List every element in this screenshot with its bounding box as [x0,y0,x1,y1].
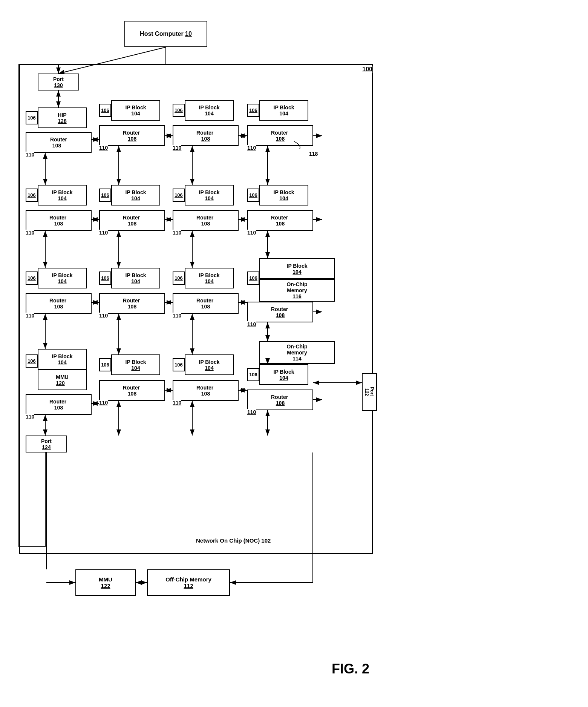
router-r2c2: Router 108 [173,210,239,231]
router-110-r4c2: 110 [173,400,181,406]
link-106-r2c1: 106 [99,189,111,202]
ip-block-r2c3: IP Block 104 [259,185,308,206]
router-r4c0: Router 108 [26,394,92,415]
router-r1c3: Router 108 [247,125,313,146]
link-106-r3c0: 106 [26,271,38,285]
router-r1c1: Router 108 [99,125,165,146]
ip-block-r2c1: IP Block 104 [111,185,160,206]
diagram: Host Computer 10 100 Network On Chip (NO… [0,0,392,707]
link-106-r4c2: 106 [173,358,185,371]
ip-block-r1c1: IP Block 104 [111,100,160,121]
ip-block-r4c2: IP Block 104 [185,354,234,375]
ip-block-r2c2: IP Block 104 [185,185,234,206]
router-r1c0: Router 108 [26,132,92,153]
port-122-box: Port 122 [362,373,377,411]
on-chip-memory-116: On-ChipMemory 116 [259,279,335,302]
on-chip-memory-114: On-ChipMemory 114 [259,341,335,364]
router-110-r2c0: 110 [26,230,34,236]
ip-block-r4c3: IP Block 104 [259,364,308,385]
mmu-122-box: MMU 122 [75,569,136,596]
ip-block-r1c2: IP Block 104 [185,100,234,121]
ip-block-r3c1: IP Block 104 [111,268,160,288]
ip-block-r4c1: IP Block 104 [111,354,160,375]
router-110-r2c3: 110 [247,230,256,236]
link-106-r2c0: 106 [26,189,38,202]
link-106-r4c1: 106 [99,358,111,371]
router-110-r1c1: 110 [99,145,108,151]
link-106-r1c2: 106 [173,104,185,117]
host-computer-label: Host Computer 10 [140,31,192,37]
link-106-r3c3: 106 [247,271,259,285]
router-r4c3: Router 108 [247,390,313,410]
ip-block-r3c2: IP Block 104 [185,268,234,288]
router-r3c0: Router 108 [26,293,92,314]
router-110-r2c1: 110 [99,230,108,236]
router-r3c1: Router 108 [99,293,165,314]
router-110-r3c0: 110 [26,313,34,319]
router-r4c2: Router 108 [173,380,239,401]
router-110-r1c0: 110 [26,152,34,158]
router-110-r4c1: 110 [99,400,108,406]
ip-block-r1c3: IP Block 104 [259,100,308,121]
link-106-r2c2: 106 [173,189,185,202]
router-110-r1c2: 110 [173,145,181,151]
router-r2c1: Router 108 [99,210,165,231]
link-106-r1c3: 106 [247,104,259,117]
router-r4c1: Router 108 [99,380,165,401]
router-r2c3: Router 108 [247,210,313,231]
router-110-r3c2: 110 [173,313,181,319]
off-chip-memory-112: Off-Chip Memory112 [147,569,230,596]
link-106-r3c2: 106 [173,271,185,285]
ref-118: 118 [309,151,318,157]
port-124-box: Port 124 [26,436,67,452]
router-110-r4c0: 110 [26,414,34,420]
ip-block-r3c0: IP Block 104 [38,268,87,288]
router-r2c0: Router 108 [26,210,92,231]
ip-block-r2c0: IP Block 104 [38,185,87,206]
mmu-120-box: MMU 120 [38,370,87,390]
router-110-r1c3: 110 [247,145,256,151]
ref-100: 100 [362,66,372,73]
port-130-box: Port 130 [38,74,79,90]
router-110-r3c1: 110 [99,313,108,319]
link-106-r4c3: 106 [247,368,259,381]
ip-block-r4c0: IP Block 104 [38,349,87,370]
link-106-r1c0: 106 [26,111,38,124]
host-computer-box: Host Computer 10 [124,21,207,47]
figure-label: FIG. 2 [332,661,369,677]
noc-label: Network On Chip (NOC) 102 [196,537,271,544]
link-106-r2c3: 106 [247,189,259,202]
router-r3c3: Router 108 [247,302,313,322]
link-106-r4c0: 106 [26,354,38,368]
router-110-r4c3: 110 [247,409,256,415]
router-r1c2: Router 108 [173,125,239,146]
hip-128-box: HIP 128 [38,107,87,128]
router-110-r3c3: 110 [247,321,256,327]
ip-block-r3c3: IP Block 104 [259,258,335,279]
link-106-r3c1: 106 [99,271,111,285]
router-110-r2c2: 110 [173,230,181,236]
link-106-r1c1: 106 [99,104,111,117]
router-r3c2: Router 108 [173,293,239,314]
